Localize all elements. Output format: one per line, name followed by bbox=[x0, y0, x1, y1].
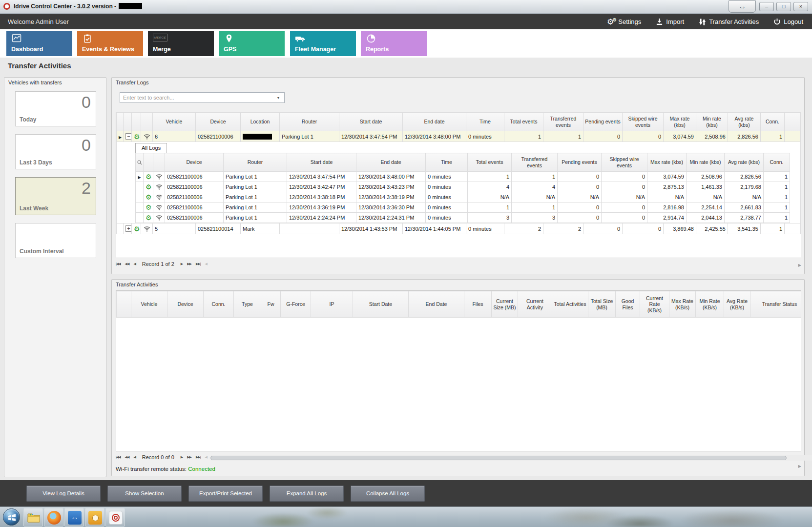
column-header[interactable]: Transferred events bbox=[512, 153, 558, 172]
fast-prev-button[interactable]: ◀◀ bbox=[125, 455, 129, 459]
first-page-button[interactable]: |◀◀ bbox=[116, 262, 121, 266]
next-page-button[interactable]: ▶ bbox=[181, 455, 183, 459]
minimize-button[interactable]: – bbox=[759, 2, 774, 11]
tab-gps[interactable]: GPS bbox=[219, 31, 285, 56]
column-header[interactable]: Conn. bbox=[204, 291, 234, 318]
column-header[interactable]: Skipped wire events bbox=[602, 153, 647, 172]
column-header[interactable]: Location bbox=[241, 113, 280, 131]
tab-events-reviews[interactable]: Events & Reviews bbox=[77, 31, 143, 56]
column-header[interactable]: Max rate (kbs) bbox=[664, 113, 696, 131]
prev-page-button[interactable]: ◀ bbox=[133, 455, 135, 459]
column-header[interactable]: Files bbox=[464, 291, 492, 318]
column-header[interactable]: Start Date bbox=[353, 291, 409, 318]
column-header[interactable]: Total Activities bbox=[552, 291, 588, 318]
column-header[interactable]: End Date bbox=[409, 291, 464, 318]
last-page-button[interactable]: ▶▶| bbox=[196, 262, 201, 266]
search-input[interactable] bbox=[120, 93, 272, 102]
column-header[interactable]: Current Rate (KB/s) bbox=[640, 291, 669, 318]
column-header[interactable]: Conn. bbox=[764, 153, 790, 172]
splitter-handle[interactable]: ••• bbox=[111, 275, 805, 279]
column-header[interactable]: Transfer Status bbox=[750, 291, 802, 318]
search-icon[interactable] bbox=[137, 160, 142, 165]
search-dropdown-icon[interactable]: ▼ bbox=[273, 94, 283, 101]
horizontal-scrollbar[interactable] bbox=[209, 455, 812, 461]
card-last-3-days[interactable]: 0 Last 3 Days bbox=[15, 134, 96, 169]
remote-session-toggle-button[interactable]: ⇔ bbox=[729, 0, 756, 13]
gear-icon[interactable]: ⚙ bbox=[146, 203, 152, 211]
tab-merge[interactable]: MERGE Merge bbox=[148, 31, 214, 56]
scroll-right-icon[interactable]: ▶ bbox=[798, 263, 801, 267]
footer-button[interactable]: View Log Details bbox=[26, 486, 101, 502]
column-header[interactable]: Good Files bbox=[616, 291, 640, 318]
footer-button[interactable]: Export/Print Selected bbox=[188, 486, 263, 502]
column-header[interactable] bbox=[785, 113, 801, 131]
log-entry-row[interactable]: ▶ ⚙ 025821100006 Parking Lot 1 12/30/201… bbox=[136, 172, 790, 182]
scroll-right-icon[interactable]: ▶ bbox=[798, 464, 801, 468]
column-header[interactable]: Avg Rate (KB/s) bbox=[724, 291, 750, 318]
column-header[interactable]: Max Rate (KB/s) bbox=[669, 291, 696, 318]
log-entry-row[interactable]: ⚙ 025821100006 Parking Lot 1 12/30/2014 … bbox=[136, 213, 790, 223]
column-header[interactable]: Device bbox=[167, 291, 204, 318]
column-header[interactable]: Time bbox=[426, 153, 468, 172]
transfer-activities-button[interactable]: Transfer Activities bbox=[699, 18, 759, 26]
expand-row-button[interactable]: + bbox=[125, 225, 132, 232]
column-header[interactable]: Avg rate (kbs) bbox=[728, 113, 761, 131]
import-button[interactable]: Import bbox=[656, 18, 684, 25]
column-header[interactable]: Start date bbox=[339, 113, 403, 131]
all-logs-tab[interactable]: All Logs bbox=[135, 143, 167, 153]
column-header[interactable]: Total events bbox=[504, 113, 543, 131]
column-header[interactable]: Router bbox=[280, 113, 339, 131]
column-header[interactable]: Current Size (MB) bbox=[492, 291, 518, 318]
gear-icon[interactable]: ⚙ bbox=[146, 193, 152, 201]
gear-icon[interactable]: ⚙ bbox=[146, 183, 152, 191]
column-header[interactable]: Vehicle bbox=[131, 291, 167, 318]
column-header[interactable]: Fw bbox=[261, 291, 281, 318]
log-row-vehicle-5[interactable]: + ⚙ 5 025821100014 Mark 12/30/2014 1:43:… bbox=[117, 223, 801, 234]
column-header[interactable]: Min Rate (KB/s) bbox=[696, 291, 724, 318]
column-header[interactable]: Max rate (kbs) bbox=[647, 153, 687, 172]
close-button[interactable]: × bbox=[793, 2, 808, 11]
footer-button[interactable]: Expand All Logs bbox=[270, 486, 344, 502]
column-header[interactable]: Total Size (MB) bbox=[588, 291, 616, 318]
column-header[interactable]: Conn. bbox=[761, 113, 785, 131]
taskbar-file-explorer[interactable] bbox=[23, 508, 43, 527]
column-header[interactable]: Transferred events bbox=[543, 113, 583, 131]
gear-icon[interactable]: ⚙ bbox=[146, 214, 152, 222]
card-today[interactable]: 0 Today bbox=[15, 91, 96, 126]
scrollbar-thumb[interactable] bbox=[210, 456, 787, 460]
fast-next-button[interactable]: ▶▶ bbox=[187, 455, 191, 459]
column-header[interactable]: G-Force bbox=[281, 291, 311, 318]
taskbar-idrive-app[interactable] bbox=[105, 508, 125, 527]
collapse-row-button[interactable]: − bbox=[125, 133, 132, 140]
gear-icon[interactable]: ⚙ bbox=[146, 173, 152, 181]
column-header[interactable]: Pending events bbox=[558, 153, 602, 172]
column-header[interactable]: IP bbox=[311, 291, 353, 318]
maximize-button[interactable]: □ bbox=[776, 2, 791, 11]
column-header[interactable]: Router bbox=[224, 153, 287, 172]
fast-next-button[interactable]: ▶▶ bbox=[187, 262, 191, 266]
column-header[interactable]: Current Activity bbox=[518, 291, 552, 318]
column-header[interactable]: Total events bbox=[468, 153, 512, 172]
column-header[interactable]: Type bbox=[234, 291, 261, 318]
column-header[interactable]: Time bbox=[466, 113, 504, 131]
column-header[interactable]: Min rate (kbs) bbox=[696, 113, 728, 131]
taskbar-firefox[interactable] bbox=[44, 508, 63, 527]
log-entry-row[interactable]: ⚙ 025821100006 Parking Lot 1 12/30/2014 … bbox=[136, 192, 790, 203]
prev-page-button[interactable]: ◀ bbox=[133, 262, 135, 266]
column-header[interactable]: Pending events bbox=[583, 113, 623, 131]
column-header[interactable]: Avg rate (kbs) bbox=[725, 153, 764, 172]
card-custom-interval[interactable]: Custom Interval bbox=[15, 223, 96, 258]
footer-button[interactable]: Show Selection bbox=[107, 486, 182, 502]
first-page-button[interactable]: |◀◀ bbox=[116, 455, 121, 459]
tab-fleet-manager[interactable]: Fleet Manager bbox=[290, 31, 356, 56]
column-header[interactable]: Device bbox=[196, 113, 241, 131]
log-entry-row[interactable]: ⚙ 025821100006 Parking Lot 1 12/30/2014 … bbox=[136, 182, 790, 192]
start-button[interactable] bbox=[3, 508, 20, 526]
last-page-button[interactable]: ▶▶| bbox=[196, 455, 201, 459]
gear-icon[interactable]: ⚙ bbox=[134, 225, 140, 233]
footer-button[interactable]: Collapse All Logs bbox=[351, 486, 425, 502]
taskbar-outlook[interactable] bbox=[85, 508, 104, 527]
tab-reports[interactable]: Reports bbox=[361, 31, 427, 56]
card-last-week[interactable]: 2 Last Week bbox=[15, 177, 96, 215]
column-header[interactable]: Min rate (kbs) bbox=[687, 153, 725, 172]
